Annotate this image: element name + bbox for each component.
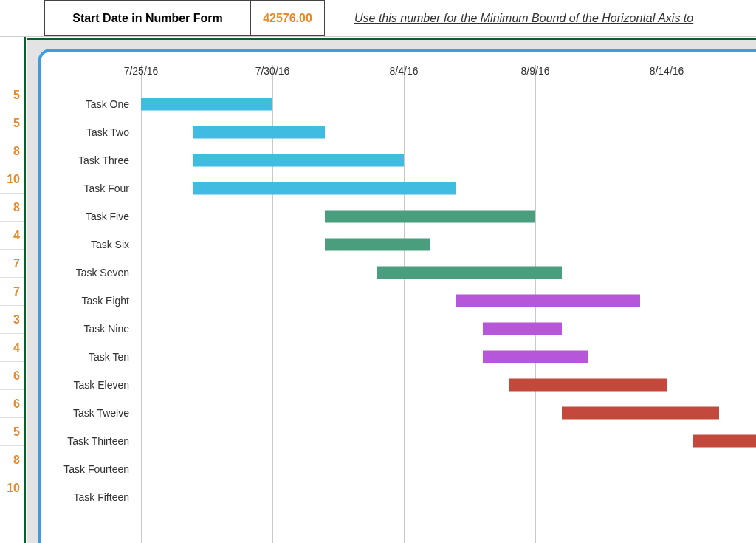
duration-cell[interactable]: 5 [0, 81, 24, 109]
duration-cell[interactable]: 3 [0, 306, 24, 334]
duration-cell[interactable]: 8 [0, 137, 24, 165]
header-row: Start Date in Number Form 42576.00 Use t… [0, 0, 756, 37]
gantt-bar[interactable] [193, 182, 456, 195]
duration-cell[interactable]: 7 [0, 278, 24, 306]
gantt-row: Task Ten [91, 343, 756, 371]
task-label: Task Fourteen [39, 463, 135, 475]
gantt-row: Task One [91, 90, 756, 118]
axis-tick-label: 8/14/16 [650, 65, 684, 77]
task-label: Task Two [39, 126, 135, 138]
start-date-value-cell[interactable]: 42576.00 [251, 0, 325, 36]
gantt-bar[interactable] [325, 211, 535, 223]
task-label: Task Four [39, 182, 135, 194]
gantt-bar[interactable] [377, 267, 561, 279]
gantt-bar[interactable] [193, 154, 404, 167]
duration-cell[interactable]: 4 [0, 222, 24, 250]
task-label: Task Five [39, 211, 135, 222]
start-date-label-cell[interactable]: Start Date in Number Form [44, 0, 251, 36]
gantt-row: Task Twelve [91, 399, 756, 427]
duration-cell[interactable]: 10 [0, 474, 24, 502]
chart-frame: 7/25/167/30/168/4/168/9/168/14/16Task On… [38, 49, 756, 543]
gantt-bar[interactable] [693, 435, 756, 448]
task-label: Task Fifteen [39, 491, 135, 503]
blank-cell [0, 0, 44, 36]
axis-tick-label: 8/9/16 [521, 65, 550, 77]
gantt-bar[interactable] [141, 98, 272, 111]
duration-cell[interactable]: 8 [0, 446, 24, 474]
gantt-bar[interactable] [483, 323, 562, 335]
task-label: Task Eight [39, 295, 135, 307]
task-label: Task Nine [39, 323, 135, 335]
gantt-row: Task Five [91, 202, 756, 230]
chart-container: 7/25/167/30/168/4/168/9/168/14/16Task On… [27, 38, 756, 543]
gantt-plot[interactable]: 7/25/167/30/168/4/168/9/168/14/16Task On… [91, 65, 756, 543]
gantt-row: Task Thirteen [91, 427, 756, 455]
gantt-row: Task Three [91, 146, 756, 174]
axis-tick-label: 8/4/16 [390, 65, 419, 77]
duration-cell[interactable]: 5 [0, 109, 24, 137]
gantt-row: Task Six [91, 230, 756, 259]
duration-cell[interactable]: 6 [0, 390, 24, 418]
gantt-bar[interactable] [562, 407, 720, 420]
duration-column: 55810847734665810 [0, 37, 26, 543]
task-label: Task Six [39, 239, 135, 250]
gantt-row: Task Fifteen [91, 483, 756, 511]
task-label: Task Ten [39, 351, 135, 363]
gantt-row: Task Two [91, 118, 756, 146]
gantt-row: Task Seven [91, 259, 756, 287]
duration-cell[interactable]: 7 [0, 250, 24, 278]
gantt-bar[interactable] [509, 379, 667, 392]
task-label: Task Twelve [39, 407, 135, 419]
axis-tick-label: 7/25/16 [124, 65, 159, 77]
gantt-row: Task Fourteen [91, 455, 756, 483]
gantt-bar[interactable] [456, 295, 640, 307]
task-label: Task One [39, 98, 135, 110]
duration-cell[interactable]: 5 [0, 418, 24, 446]
duration-cell[interactable]: 6 [0, 362, 24, 390]
task-label: Task Three [39, 154, 135, 166]
duration-cell[interactable]: 4 [0, 334, 24, 362]
duration-cell[interactable]: 8 [0, 194, 24, 222]
gantt-bar[interactable] [325, 239, 430, 251]
gantt-row: Task Four [91, 174, 756, 202]
task-label: Task Eleven [39, 379, 135, 391]
gantt-row: Task Eleven [91, 371, 756, 399]
instruction-note: Use this number for the Minimum Bound of… [325, 0, 756, 36]
gantt-bar[interactable] [483, 351, 588, 363]
gantt-row: Task Nine [91, 315, 756, 343]
gantt-row: Task Eight [91, 287, 756, 315]
gantt-bar[interactable] [193, 126, 325, 139]
task-label: Task Thirteen [39, 435, 135, 447]
duration-cell[interactable]: 10 [0, 165, 24, 194]
side-spacer [0, 37, 24, 81]
axis-tick-label: 7/30/16 [255, 65, 290, 77]
task-label: Task Seven [39, 267, 135, 279]
